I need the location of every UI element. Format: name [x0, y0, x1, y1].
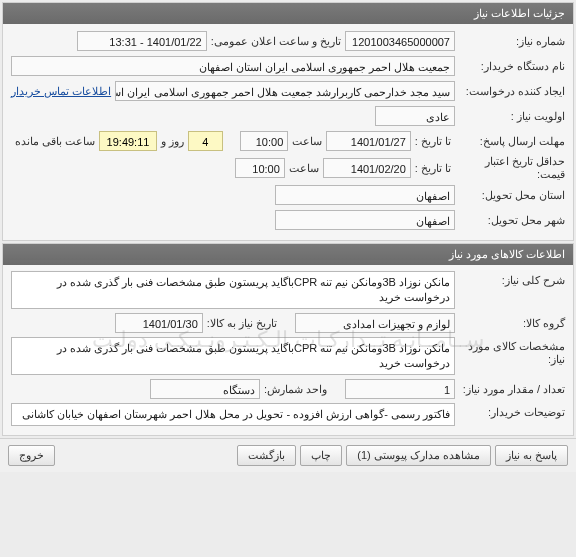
value-requester: سید مجد خدارحمی کاربرارشد جمعیت هلال احم…: [115, 81, 455, 101]
contact-link[interactable]: اطلاعات تماس خریدار: [11, 85, 111, 98]
value-city: اصفهان: [275, 210, 455, 230]
need-info-header: جزئیات اطلاعات نیاز: [3, 3, 573, 24]
print-button[interactable]: چاپ: [300, 445, 342, 466]
label-general-desc: شرح کلی نیاز:: [455, 271, 565, 287]
value-need-by: 1401/01/30: [115, 313, 203, 333]
label-province: استان محل تحویل:: [455, 189, 565, 202]
label-to-date-2: تا تاریخ :: [415, 162, 451, 175]
label-requester: ایجاد کننده درخواست:: [455, 85, 565, 98]
value-item-specs: مانکن نوزاد 3Bومانکن نیم تنه CPRباگاید پ…: [11, 337, 455, 375]
reply-button[interactable]: پاسخ به نیاز: [495, 445, 568, 466]
value-need-no: 1201003465000007: [345, 31, 455, 51]
value-days-left: 4: [188, 131, 223, 151]
label-hours-left: ساعت باقی مانده: [15, 135, 95, 148]
label-reply-deadline: مهلت ارسال پاسخ:: [455, 135, 565, 148]
value-unit: دستگاه: [150, 379, 260, 399]
value-province: اصفهان: [275, 185, 455, 205]
button-bar: پاسخ به نیاز مشاهده مدارک پیوستی (1) چاپ…: [0, 438, 576, 472]
label-to-date-1: تا تاریخ :: [415, 135, 451, 148]
value-validity-time: 10:00: [235, 158, 285, 178]
value-priority: عادی: [375, 106, 455, 126]
label-buyer-org: نام دستگاه خریدار:: [455, 60, 565, 73]
value-validity-date: 1401/02/20: [323, 158, 411, 178]
label-hour-1: ساعت: [292, 135, 322, 148]
value-announce-dt: 1401/01/22 - 13:31: [77, 31, 207, 51]
back-button[interactable]: بازگشت: [237, 445, 296, 466]
value-general-desc: مانکن نوزاد 3Bومانکن نیم تنه CPRباگاید پ…: [11, 271, 455, 309]
label-need-no: شماره نیاز:: [455, 35, 565, 48]
label-buyer-notes: توضیحات خریدار:: [455, 403, 565, 419]
items-info-panel: اطلاعات کالاهای مورد نیاز شرح کلی نیاز: …: [2, 243, 574, 436]
label-city: شهر محل تحویل:: [455, 214, 565, 227]
value-reply-date: 1401/01/27: [326, 131, 411, 151]
label-hour-2: ساعت: [289, 162, 319, 175]
label-need-by: تاریخ نیاز به کالا:: [207, 317, 277, 330]
value-buyer-org: جمعیت هلال احمر جمهوری اسلامی ایران استا…: [11, 56, 455, 76]
label-unit: واحد شمارش:: [264, 383, 327, 396]
label-qty: تعداد / مقدار مورد نیاز:: [455, 383, 565, 396]
label-days-and: روز و: [161, 135, 184, 148]
label-validity: حداقل تاریخ اعتبار قیمت:: [455, 155, 565, 181]
need-info-panel: جزئیات اطلاعات نیاز شماره نیاز: 12010034…: [2, 2, 574, 241]
value-item-group: لوازم و تجهیزات امدادی: [295, 313, 455, 333]
value-qty: 1: [345, 379, 455, 399]
items-info-header: اطلاعات کالاهای مورد نیاز: [3, 244, 573, 265]
attachments-button[interactable]: مشاهده مدارک پیوستی (1): [346, 445, 491, 466]
value-buyer-notes: فاکتور رسمی -گواهی ارزش افزوده - تحویل د…: [11, 403, 455, 426]
label-item-specs: مشخصات کالای مورد نیاز:: [455, 337, 565, 366]
value-reply-time: 10:00: [240, 131, 288, 151]
exit-button[interactable]: خروج: [8, 445, 55, 466]
label-item-group: گروه کالا:: [455, 317, 565, 330]
label-announce-dt: تاریخ و ساعت اعلان عمومی:: [211, 35, 341, 48]
value-time-left: 19:49:11: [99, 131, 157, 151]
label-priority: اولویت نیاز :: [455, 110, 565, 123]
